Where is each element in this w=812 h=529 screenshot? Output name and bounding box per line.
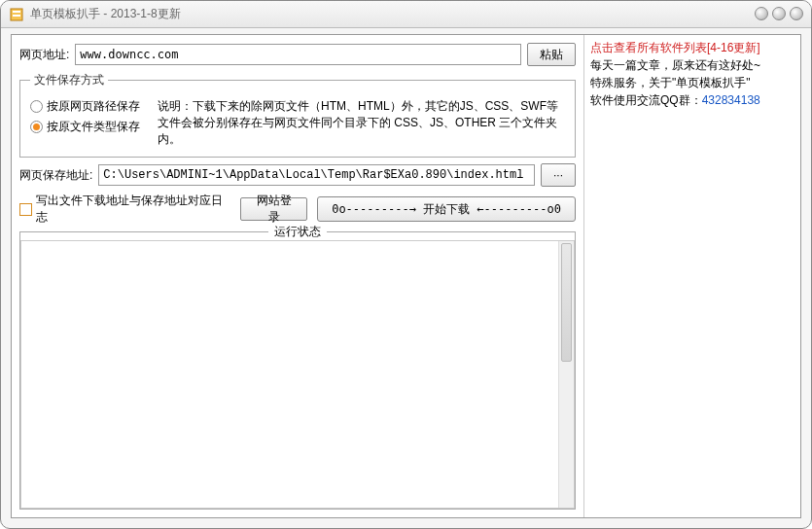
window-controls xyxy=(755,7,803,20)
status-output[interactable] xyxy=(20,240,575,509)
window-title: 单页模板扒手 - 2013-1-8更新 xyxy=(30,6,181,22)
checkbox-label: 写出文件下载地址与保存地址对应日志 xyxy=(36,193,230,226)
radio-icon xyxy=(30,121,43,133)
side-panel: 点击查看所有软件列表[4-16更新] 每天一篇文章，原来还有这好处~ 特殊服务，… xyxy=(583,35,800,517)
client-area: 网页地址: 粘贴 文件保存方式 按原网页路径保存 按原文件类型保存 xyxy=(11,34,801,518)
url-row: 网页地址: 粘贴 xyxy=(19,43,576,66)
app-window: 单页模板扒手 - 2013-1-8更新 网页地址: 粘贴 文件保存方式 按原网 xyxy=(0,0,812,529)
save-mode-legend: 文件保存方式 xyxy=(30,72,108,88)
url-label: 网页地址: xyxy=(19,47,69,63)
side-text-line: 每天一篇文章，原来还有这好处~ xyxy=(590,56,794,74)
svg-rect-1 xyxy=(13,11,20,13)
radio-save-by-path[interactable]: 按原网页路径保存 xyxy=(30,98,140,115)
save-mode-group: 文件保存方式 按原网页路径保存 按原文件类型保存 说明：下载下来的除网页文件（H… xyxy=(19,72,576,158)
side-text-line: 特殊服务，关于"单页模板扒手" xyxy=(590,74,794,91)
status-area: 运行状态 xyxy=(19,231,576,510)
radio-icon xyxy=(30,100,43,113)
side-text-line: 软件使用交流QQ群：432834138 xyxy=(590,91,794,109)
svg-rect-2 xyxy=(13,15,20,17)
checkbox-icon xyxy=(19,203,32,216)
status-group: 运行状态 xyxy=(19,231,576,510)
savepath-row: 网页保存地址: ··· xyxy=(19,163,576,187)
savepath-label: 网页保存地址: xyxy=(19,167,92,184)
status-legend: 运行状态 xyxy=(20,224,575,240)
radio-label: 按原网页路径保存 xyxy=(47,98,140,115)
qq-group-number[interactable]: 432834138 xyxy=(702,93,760,107)
close-button[interactable] xyxy=(790,7,803,20)
titlebar[interactable]: 单页模板扒手 - 2013-1-8更新 xyxy=(1,1,811,28)
save-mode-description: 说明：下载下来的除网页文件（HTM、HTML）外，其它的JS、CSS、SWF等文… xyxy=(158,96,565,147)
minimize-button[interactable] xyxy=(755,7,768,20)
maximize-button[interactable] xyxy=(772,7,786,20)
save-mode-radios: 按原网页路径保存 按原文件类型保存 xyxy=(30,96,140,135)
savepath-input[interactable] xyxy=(98,164,535,186)
scrollbar-vertical[interactable] xyxy=(558,241,574,508)
main-panel: 网页地址: 粘贴 文件保存方式 按原网页路径保存 按原文件类型保存 xyxy=(12,35,583,517)
app-icon xyxy=(9,7,24,22)
start-download-button[interactable]: 0o---------→ 开始下载 ←---------o0 xyxy=(317,196,576,222)
site-login-button[interactable]: 网站登录 xyxy=(240,197,307,221)
side-link-all-software[interactable]: 点击查看所有软件列表[4-16更新] xyxy=(590,39,794,56)
paste-button[interactable]: 粘贴 xyxy=(527,43,576,66)
radio-save-by-type[interactable]: 按原文件类型保存 xyxy=(30,119,140,135)
write-log-checkbox[interactable]: 写出文件下载地址与保存地址对应日志 xyxy=(19,193,230,226)
actions-row: 写出文件下载地址与保存地址对应日志 网站登录 0o---------→ 开始下载… xyxy=(19,193,576,226)
radio-label: 按原文件类型保存 xyxy=(47,119,140,135)
url-input[interactable] xyxy=(75,44,521,65)
browse-button[interactable]: ··· xyxy=(541,163,576,187)
